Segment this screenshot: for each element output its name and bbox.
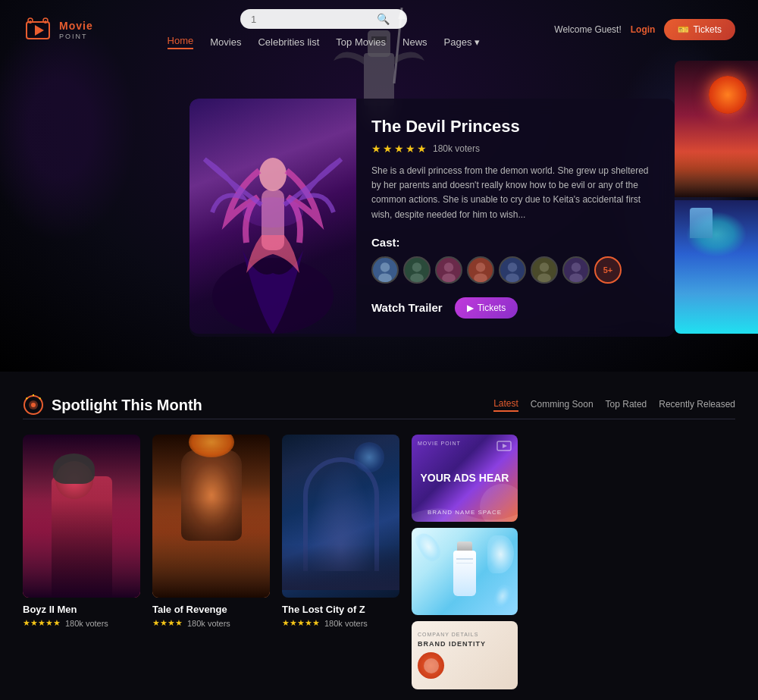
movie-card-1: Boyz II Men ★★★★★ 180k voters <box>23 435 140 628</box>
ticket-button[interactable]: 🎫 Tickets <box>664 19 735 40</box>
movie-poster-3[interactable] <box>282 435 399 598</box>
tab-top-rated[interactable]: Top Rated <box>606 398 647 412</box>
tab-recently-released[interactable]: Recently Released <box>659 398 735 412</box>
nav-home[interactable]: Home <box>168 35 194 49</box>
svg-point-30 <box>572 262 581 272</box>
search-icon[interactable]: 🔍 <box>377 13 390 25</box>
svg-marker-39 <box>503 444 507 448</box>
tickets-btn-label: Tickets <box>478 303 506 313</box>
movie-voters-2: 180k voters <box>187 619 230 628</box>
chevron-down-icon: ▾ <box>475 36 480 48</box>
search-bar-wrap[interactable]: 🔍 <box>240 9 407 29</box>
feature-stars: ★★★★★ <box>371 143 428 155</box>
ad-card-main[interactable]: MOVIE POINT YOUR ADs HEAR BRAND NAME SPA… <box>412 435 518 522</box>
trailer-row: Watch Trailer ▶ Tickets <box>371 297 659 319</box>
section-title: Spotlight This Month <box>52 397 202 414</box>
cast-label: Cast: <box>371 236 659 249</box>
movie-card-2: Tale of Revenge ★★★★ 180k voters <box>152 435 270 628</box>
nav-links: Home Movies Celebrities list Top Movies … <box>168 35 481 49</box>
search-input[interactable] <box>251 14 372 25</box>
spotlight-section: Spotlight This Month Latest Comming Soon… <box>0 372 758 700</box>
ticket-icon: 🎫 <box>678 24 689 35</box>
svg-point-29 <box>537 273 551 282</box>
header-right: Welcome Guest! Login 🎫 Tickets <box>554 19 735 40</box>
cast-avatar-2[interactable] <box>403 256 431 284</box>
water-splash-left <box>413 529 445 564</box>
feature-description: She is a devil princess from the demon w… <box>371 164 659 222</box>
tickets-button[interactable]: ▶ Tickets <box>455 297 518 319</box>
feature-poster-image <box>190 99 356 334</box>
ad-brand-name-text: BRAND NAME SPACE <box>412 509 518 516</box>
spotlight-icon <box>23 394 44 416</box>
svg-point-24 <box>476 262 485 272</box>
ad-your-ads-text: YOUR ADs HEAR <box>421 472 509 484</box>
hero-right-movies <box>675 61 758 334</box>
svg-point-23 <box>442 273 456 282</box>
logo-text-wrap: Movie POINT <box>59 19 93 40</box>
cosmetic-splash <box>487 535 514 573</box>
cast-avatars: 5+ <box>371 256 659 284</box>
movie-poster-2[interactable] <box>152 435 270 598</box>
svg-point-21 <box>410 273 424 282</box>
cast-avatar-6[interactable] <box>531 256 558 284</box>
movie-voters-3: 180k voters <box>324 619 368 628</box>
movie-meta-2: ★★★★ 180k voters <box>152 618 270 628</box>
nav-news[interactable]: News <box>402 36 428 48</box>
feature-poster <box>190 99 356 334</box>
cast-avatar-5[interactable] <box>499 256 526 284</box>
movie-voters-1: 180k voters <box>65 619 108 628</box>
feature-rating-row: ★★★★★ 180k voters <box>371 143 659 155</box>
ad-card-company[interactable]: COMPANY DETAILS BRAND IDENTITY <box>412 621 518 689</box>
nav-pages[interactable]: Pages ▾ <box>444 36 481 48</box>
company-identity-label: BRAND IDENTITY <box>418 640 512 648</box>
movie-title-2: Tale of Revenge <box>152 604 270 615</box>
ad-logo-small <box>496 441 512 453</box>
svg-line-36 <box>39 398 41 400</box>
logo-brand: Movie <box>59 20 93 32</box>
tab-coming-soon[interactable]: Comming Soon <box>531 398 594 412</box>
svg-point-20 <box>412 262 421 272</box>
tab-latest[interactable]: Latest <box>493 398 518 412</box>
cosmetic-bottle-cap <box>457 541 472 551</box>
company-label: COMPANY DETAILS <box>418 632 512 637</box>
svg-point-28 <box>540 262 549 272</box>
logo-subtitle: POINT <box>59 33 93 40</box>
movie-meta-3: ★★★★★ 180k voters <box>282 618 399 628</box>
svg-point-26 <box>508 262 517 272</box>
movie-stars-3: ★★★★★ <box>282 618 320 628</box>
login-link[interactable]: Login <box>631 24 656 35</box>
cast-avatar-4[interactable] <box>467 256 494 284</box>
section-header: Spotlight This Month Latest Comming Soon… <box>23 394 735 416</box>
nav-celebrities[interactable]: Celebrities list <box>258 36 319 48</box>
feature-voters: 180k voters <box>433 143 480 154</box>
cast-more-badge[interactable]: 5+ <box>594 256 622 284</box>
content-grid: Boyz II Men ★★★★★ 180k voters <box>23 435 735 689</box>
section-divider <box>23 419 735 419</box>
header-center: 🔍 Home Movies Celebrities list Top Movie… <box>168 9 481 49</box>
welcome-text: Welcome Guest! <box>554 24 621 35</box>
svg-point-27 <box>506 273 519 282</box>
nav-top-movies[interactable]: Top Movies <box>336 36 386 48</box>
ad-card-cosmetic[interactable] <box>412 528 518 615</box>
movie-poster-1[interactable] <box>23 435 140 598</box>
play-icon: ▶ <box>467 303 474 313</box>
movie-title-1: Boyz II Men <box>23 604 140 615</box>
company-ad-content: COMPANY DETAILS BRAND IDENTITY <box>412 626 518 685</box>
movie-stars-2: ★★★★ <box>152 618 183 628</box>
svg-point-31 <box>569 273 583 282</box>
ads-column: MOVIE POINT YOUR ADs HEAR BRAND NAME SPA… <box>412 435 518 689</box>
nav-movies[interactable]: Movies <box>210 36 241 48</box>
cosmetic-bottle <box>446 541 484 602</box>
movie-title-3: The Lost City of Z <box>282 604 399 615</box>
logo-icon <box>23 14 53 45</box>
cast-avatar-7[interactable] <box>562 256 590 284</box>
cast-avatar-3[interactable] <box>435 256 462 284</box>
feature-card: The Devil Princess ★★★★★ 180k voters She… <box>190 99 675 337</box>
svg-point-25 <box>474 273 487 282</box>
water-splash-right <box>491 582 513 609</box>
feature-info: The Devil Princess ★★★★★ 180k voters She… <box>356 99 675 337</box>
cast-avatar-1[interactable] <box>371 256 399 284</box>
header: Movie POINT 🔍 Home Movies Celebrities li… <box>0 0 758 58</box>
svg-point-17 <box>243 197 303 228</box>
logo[interactable]: Movie POINT <box>23 14 93 45</box>
